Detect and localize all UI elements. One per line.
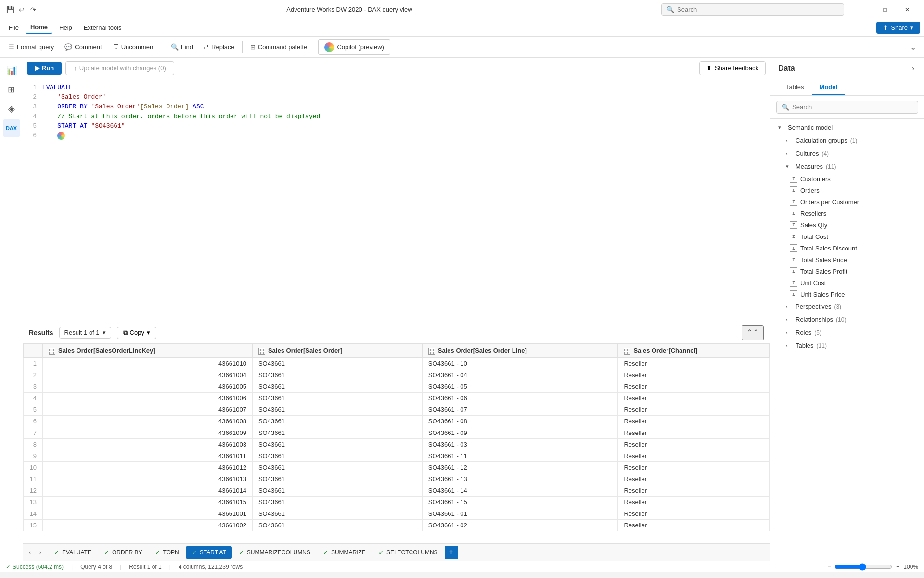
menu-help[interactable]: Help bbox=[54, 22, 77, 33]
tab-select-columns[interactable]: ✓ SELECTCOLUMNS bbox=[372, 546, 444, 559]
measure-total-sales-profit[interactable]: Σ Total Sales Profit bbox=[770, 265, 924, 277]
measure-orders-per-customer[interactable]: Σ Orders per Customer bbox=[770, 196, 924, 208]
results-table-container[interactable]: Sales Order[SalesOrderLineKey] Sales Ord… bbox=[23, 343, 770, 543]
cell-sales-order-line-key: 43661011 bbox=[43, 450, 253, 461]
measure-unit-cost-label: Unit Cost bbox=[800, 279, 826, 287]
update-model-button: ↑ Update model with changes (0) bbox=[65, 61, 174, 75]
tab-nav-left[interactable]: ‹ bbox=[25, 548, 35, 557]
toolbar-expand-button[interactable]: ⌄ bbox=[906, 40, 920, 54]
find-button[interactable]: 🔍 Find bbox=[166, 41, 198, 53]
menu-external-tools[interactable]: External tools bbox=[79, 22, 127, 33]
measure-orders[interactable]: Σ Orders bbox=[770, 184, 924, 196]
tab-summarize[interactable]: ✓ SUMMARIZE bbox=[317, 546, 372, 559]
cell-sales-order: SO43661 bbox=[252, 473, 422, 485]
measure-total-cost[interactable]: Σ Total Cost bbox=[770, 231, 924, 242]
tab-topn[interactable]: ✓ TOPN bbox=[149, 546, 185, 559]
measure-resellers[interactable]: Σ Resellers bbox=[770, 208, 924, 219]
calc-groups-header[interactable]: › Calculation groups (1) bbox=[770, 134, 924, 147]
perspectives-header[interactable]: › Perspectives (3) bbox=[770, 300, 924, 313]
panel-tab-model[interactable]: Model bbox=[812, 79, 846, 95]
tab-summarize-col-check-icon: ✓ bbox=[239, 549, 244, 556]
replace-button[interactable]: ⇄ Replace bbox=[199, 41, 239, 53]
sidebar-icon-model[interactable]: ◈ bbox=[3, 100, 20, 118]
close-button[interactable]: ✕ bbox=[896, 0, 918, 19]
sidebar-icon-charts[interactable]: 📊 bbox=[3, 62, 20, 79]
tab-start-at[interactable]: ✓ START AT bbox=[186, 546, 232, 559]
measure-icon-sales-qty: Σ bbox=[790, 221, 797, 229]
save-icon[interactable]: 💾 bbox=[6, 5, 14, 14]
measures-header[interactable]: ▾ Measures (11) bbox=[770, 160, 924, 173]
share-feedback-button[interactable]: ⬆ Share feedback bbox=[699, 61, 766, 75]
row-num: 12 bbox=[24, 485, 43, 496]
tab-nav-right[interactable]: › bbox=[36, 548, 45, 557]
table-row: 4 43661006 SO43661 SO43661 - 06 Reseller bbox=[24, 392, 770, 404]
sidebar-icon-dax[interactable]: DAX bbox=[3, 119, 20, 137]
format-query-button[interactable]: ☰ Format query bbox=[4, 41, 59, 53]
redo-icon[interactable]: ↷ bbox=[29, 5, 38, 14]
panel-expand-button[interactable]: › bbox=[910, 64, 916, 73]
measure-unit-cost[interactable]: Σ Unit Cost bbox=[770, 277, 924, 289]
measure-total-sales-discount[interactable]: Σ Total Sales Discount bbox=[770, 242, 924, 254]
copilot-button[interactable]: Copilot (preview) bbox=[318, 39, 390, 55]
cell-sales-order-line-key: 43661003 bbox=[43, 438, 253, 450]
share-button[interactable]: ⬆ Share ▾ bbox=[876, 22, 920, 34]
cell-channel: Reseller bbox=[618, 369, 770, 381]
replace-icon: ⇄ bbox=[204, 43, 209, 51]
tab-topn-check-icon: ✓ bbox=[155, 549, 161, 556]
zoom-decrease-icon[interactable]: − bbox=[827, 564, 831, 570]
tab-summarize-check-icon: ✓ bbox=[323, 549, 329, 556]
maximize-button[interactable]: □ bbox=[874, 0, 896, 19]
cell-sales-order: SO43661 bbox=[252, 357, 422, 369]
panel-search-box[interactable]: 🔍 bbox=[776, 101, 918, 114]
zoom-slider[interactable] bbox=[834, 563, 892, 571]
results-area: Results Result 1 of 1 ▾ ⧉ Copy ▾ ⌃⌃ bbox=[23, 322, 770, 543]
code-editor[interactable]: 1 EVALUATE 2 'Sales Order' 3 ORDER BY 'S… bbox=[23, 79, 770, 322]
main-layout: 📊 ⊞ ◈ DAX ▶ Run ↑ Update model with chan… bbox=[0, 58, 924, 561]
share-icon: ⬆ bbox=[883, 24, 888, 31]
collapse-results-button[interactable]: ⌃⌃ bbox=[742, 325, 764, 340]
menu-file[interactable]: File bbox=[4, 22, 24, 33]
toolbar-separator-3 bbox=[315, 41, 315, 53]
title-search-box[interactable]: 🔍 bbox=[661, 3, 844, 16]
zoom-increase-icon[interactable]: + bbox=[896, 564, 899, 570]
title-search-input[interactable] bbox=[677, 6, 839, 13]
copy-button[interactable]: ⧉ Copy ▾ bbox=[117, 327, 156, 339]
row-num: 7 bbox=[24, 427, 43, 438]
tables-tree-header[interactable]: › Tables (11) bbox=[770, 339, 924, 352]
panel-tab-tables[interactable]: Tables bbox=[778, 79, 812, 95]
share-chevron-icon: ▾ bbox=[910, 24, 913, 31]
code-line-2: 2 'Sales Order' bbox=[23, 92, 770, 102]
measure-total-sales-price[interactable]: Σ Total Sales Price bbox=[770, 254, 924, 265]
run-button[interactable]: ▶ Run bbox=[27, 62, 62, 75]
table-row: 5 43661007 SO43661 SO43661 - 07 Reseller bbox=[24, 404, 770, 415]
toolbar: ☰ Format query 💬 Comment 🗨 Uncomment 🔍 F… bbox=[0, 37, 924, 58]
tab-order-by[interactable]: ✓ ORDER BY bbox=[98, 546, 148, 559]
panel-search-input[interactable] bbox=[792, 104, 913, 111]
tab-summarize-columns[interactable]: ✓ SUMMARIZECOLUMNS bbox=[233, 546, 316, 559]
table-row: 11 43661013 SO43661 SO43661 - 13 Reselle… bbox=[24, 473, 770, 485]
cell-sales-order-line: SO43661 - 07 bbox=[422, 404, 618, 415]
command-palette-button[interactable]: ⊞ Command palette bbox=[245, 41, 312, 53]
action-bar: ▶ Run ↑ Update model with changes (0) ⬆ … bbox=[23, 58, 770, 79]
semantic-model-header[interactable]: ▾ Semantic model bbox=[770, 121, 924, 134]
add-tab-button[interactable]: + bbox=[445, 546, 458, 559]
measure-sales-qty[interactable]: Σ Sales Qty bbox=[770, 219, 924, 231]
panel-tabs: Tables Model bbox=[770, 79, 924, 96]
cell-channel: Reseller bbox=[618, 508, 770, 519]
measure-icon-total-cost: Σ bbox=[790, 233, 797, 240]
minimize-button[interactable]: – bbox=[852, 0, 874, 19]
cultures-header[interactable]: › Cultures (4) bbox=[770, 147, 924, 160]
menu-home[interactable]: Home bbox=[26, 22, 52, 34]
measure-customers[interactable]: Σ Customers bbox=[770, 173, 924, 184]
comment-button[interactable]: 💬 Comment bbox=[60, 41, 106, 53]
result-selector[interactable]: Result 1 of 1 ▾ bbox=[59, 327, 111, 339]
tab-evaluate[interactable]: ✓ EVALUATE bbox=[48, 546, 97, 559]
undo-icon[interactable]: ↩ bbox=[17, 5, 26, 14]
uncomment-button[interactable]: 🗨 Uncomment bbox=[108, 41, 160, 53]
measure-resellers-label: Resellers bbox=[800, 210, 826, 217]
sidebar-icon-table[interactable]: ⊞ bbox=[3, 81, 20, 98]
tree-scroll[interactable]: ▾ Semantic model › Calculation groups (1… bbox=[770, 119, 924, 561]
measure-unit-sales-price[interactable]: Σ Unit Sales Price bbox=[770, 289, 924, 300]
roles-header[interactable]: › Roles (5) bbox=[770, 326, 924, 339]
relationships-header[interactable]: › Relationships (10) bbox=[770, 313, 924, 326]
